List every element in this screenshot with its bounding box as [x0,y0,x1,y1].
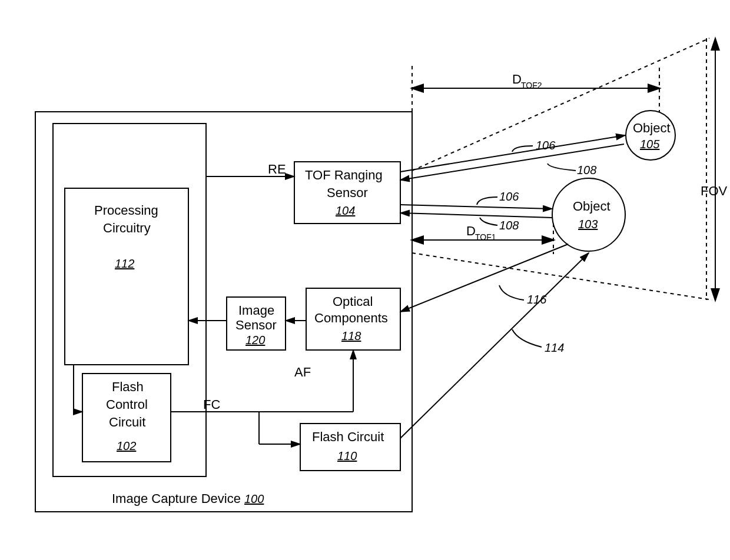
object-103-ref: 103 [578,218,598,231]
ray-106-ref-a: 106 [536,139,556,152]
ray-114-ref: 114 [545,341,564,354]
device-ref: 100 [244,492,264,505]
block-diagram: Image Capture Device 100 Processing Circ… [0,0,730,560]
ray-108-ref-a: 108 [577,164,596,176]
flash-circuit-ref: 110 [337,449,357,462]
object-105 [626,111,675,160]
object-105-label: Object [633,121,671,135]
flash-control-ref: 102 [117,439,136,452]
tof-l2: Sensor [327,185,368,200]
svg-line-22 [400,205,552,209]
image-sensor-l2: Sensor [235,318,277,332]
ray-106-ref-b: 106 [499,190,519,203]
image-sensor-ref: 120 [245,334,265,346]
flash-control-l2: Control [106,397,148,412]
object-105-ref: 105 [640,138,660,151]
dtof2-sub: TOF2 [521,81,542,90]
re-label: RE [268,162,286,176]
svg-line-11 [412,253,712,300]
dtof1-sub: TOF1 [475,232,496,242]
optical-ref: 118 [341,329,361,342]
af-label: AF [294,365,311,379]
dtof2-base: D [512,72,522,86]
processing-l1: Processing [94,203,158,218]
device-label: Image Capture Device [112,491,241,506]
optical-l1: Optical [333,294,373,309]
processing-l2: Circuitry [103,221,151,235]
optical-l2: Components [314,311,388,325]
ray-108-ref-b: 108 [499,219,519,232]
flash-circuit-l1: Flash Circuit [312,429,384,444]
flash-control-l3: Circuit [109,415,145,429]
tof-ref: 104 [336,204,355,217]
flash-control-l1: Flash [112,379,144,394]
tof-l1: TOF Ranging [305,168,383,182]
fc-label: FC [203,397,220,412]
image-sensor-l1: Image [238,303,274,318]
dtof1-base: D [466,224,476,238]
object-103-label: Object [573,199,610,214]
fov-label: FOV [701,184,728,198]
object-103 [552,178,625,251]
svg-line-23 [400,213,552,218]
processing-ref: 112 [115,257,134,270]
